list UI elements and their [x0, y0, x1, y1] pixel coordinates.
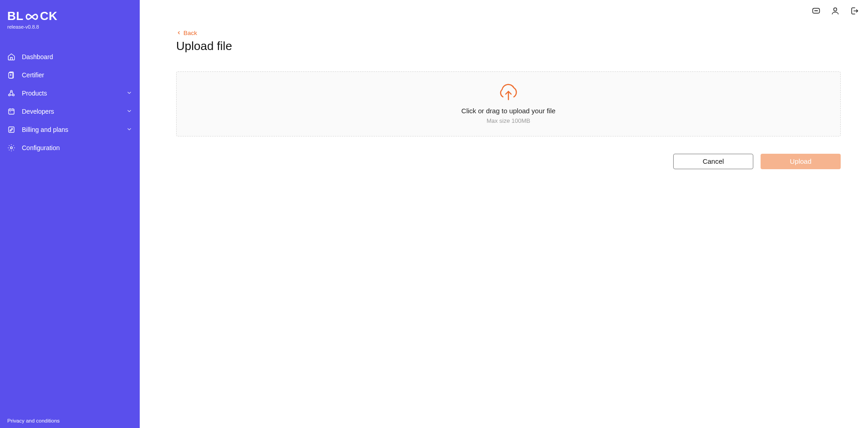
svg-point-18 — [834, 8, 837, 11]
edit-icon — [7, 126, 15, 134]
upload-subtext: Max size 100MB — [487, 117, 530, 124]
document-icon — [7, 71, 15, 79]
topbar — [140, 0, 868, 22]
sidebar-item-label: Billing and plans — [22, 126, 120, 133]
sidebar-item-configuration[interactable]: Configuration — [0, 139, 140, 157]
back-link[interactable]: Back — [176, 30, 197, 36]
network-icon — [7, 89, 15, 97]
svg-point-13 — [10, 147, 13, 149]
svg-point-15 — [815, 10, 815, 11]
logo-text-left: BL — [7, 9, 24, 23]
upload-zone[interactable]: Click or drag to upload your file Max si… — [176, 71, 841, 136]
svg-point-17 — [817, 10, 817, 11]
sidebar-item-label: Dashboard — [22, 53, 132, 60]
sidebar-item-billing[interactable]: Billing and plans — [0, 121, 140, 139]
upload-button[interactable]: Upload — [761, 154, 841, 169]
chat-icon[interactable] — [812, 6, 821, 15]
svg-point-4 — [10, 91, 12, 92]
sidebar-item-label: Configuration — [22, 144, 132, 151]
upload-text: Click or drag to upload your file — [462, 107, 556, 115]
chevron-down-icon — [126, 90, 132, 97]
content: Back Upload file Click or drag to upload… — [140, 22, 868, 169]
sidebar: BL CK release-v0.8.8 Dashboard — [0, 0, 140, 428]
sidebar-item-products[interactable]: Products — [0, 84, 140, 102]
calendar-icon — [7, 107, 15, 116]
logo[interactable]: BL CK — [0, 7, 140, 23]
svg-rect-7 — [9, 109, 14, 114]
sidebar-item-label: Certifier — [22, 71, 132, 79]
chevron-down-icon — [126, 108, 132, 116]
cloud-upload-icon — [497, 83, 520, 104]
privacy-link[interactable]: Privacy and conditions — [7, 418, 60, 423]
svg-rect-12 — [9, 127, 14, 132]
gear-icon — [7, 144, 15, 152]
back-label: Back — [183, 30, 197, 36]
sidebar-item-label: Developers — [22, 108, 120, 115]
home-icon — [7, 53, 15, 61]
user-icon[interactable] — [831, 6, 840, 15]
sidebar-item-developers[interactable]: Developers — [0, 102, 140, 121]
main: Back Upload file Click or drag to upload… — [140, 0, 868, 428]
logout-icon[interactable] — [850, 6, 859, 15]
release-label: release-v0.8.8 — [0, 23, 140, 30]
page-title: Upload file — [176, 39, 841, 53]
sidebar-item-certifier[interactable]: Certifier — [0, 66, 140, 84]
svg-point-16 — [816, 10, 817, 11]
actions: Cancel Upload — [176, 154, 841, 169]
infinity-icon — [25, 12, 39, 21]
sidebar-nav: Dashboard Certifier — [0, 48, 140, 157]
cancel-button[interactable]: Cancel — [673, 154, 753, 169]
chevron-down-icon — [126, 126, 132, 134]
sidebar-item-dashboard[interactable]: Dashboard — [0, 48, 140, 66]
logo-text-right: CK — [40, 9, 58, 23]
sidebar-item-label: Products — [22, 90, 120, 97]
